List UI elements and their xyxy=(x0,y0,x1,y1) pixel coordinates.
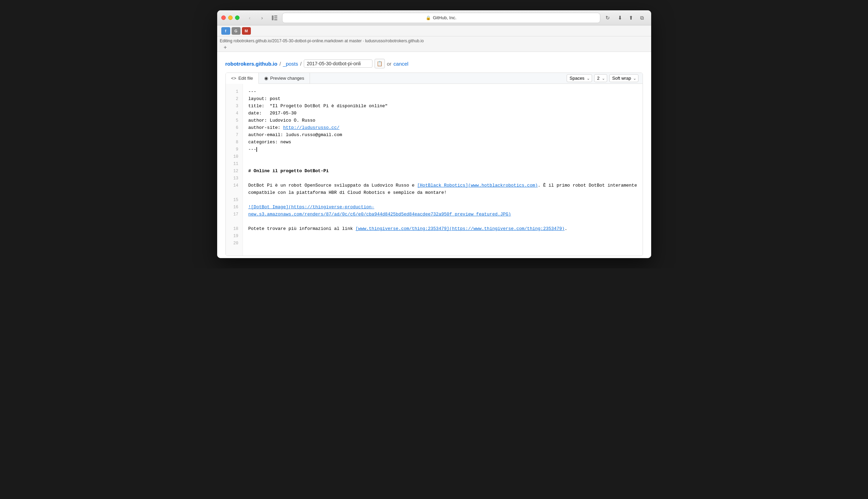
line-number-16: 16 xyxy=(226,203,243,211)
page-content: robotrokers.github.io / _posts / 📋 or ca… xyxy=(217,52,651,258)
lock-icon: 🔒 xyxy=(426,15,431,20)
filename-input[interactable] xyxy=(304,59,372,68)
code-line-10 xyxy=(248,153,637,160)
browser-window: ‹ › 🔒 GitHub, Inc. ↻ ⬇ ⬆ ⧉ f G M Editing… xyxy=(217,10,651,258)
line-number-19: 19 xyxy=(226,232,243,240)
line-number-13: 13 xyxy=(226,175,243,182)
edit-icon: <> xyxy=(231,76,236,81)
line-number-7: 7 xyxy=(226,131,243,138)
svg-rect-1 xyxy=(274,15,277,16)
code-line-20 xyxy=(248,232,637,240)
maximize-button[interactable] xyxy=(235,15,240,20)
code-line-17-block: ![DotBot_Image](https://thingiverse-prod… xyxy=(248,203,637,218)
line-number-14-sub xyxy=(226,189,243,196)
svg-rect-0 xyxy=(272,15,274,20)
line-number-2: 2 xyxy=(226,95,243,102)
editor-toolbar: Spaces Tabs 2 4 Soft wrap No wrap xyxy=(563,73,643,84)
line-number-14: 14 xyxy=(226,182,243,189)
code-line-5: author: Ludovico O. Russo xyxy=(248,117,637,124)
bookmarks-bar: f G M xyxy=(217,25,651,36)
line-number-17: 17 xyxy=(226,211,243,218)
indent-select-wrapper: 2 4 xyxy=(594,74,607,82)
line-number-1: 1 xyxy=(226,88,243,95)
line-number-10: 10 xyxy=(226,153,243,160)
sidebar-toggle-button[interactable] xyxy=(270,13,279,23)
line-number-6: 6 xyxy=(226,124,243,131)
code-area[interactable]: --- layout: post title: "Il Progetto Dot… xyxy=(243,84,643,256)
or-text: or xyxy=(387,61,391,67)
code-line-11 xyxy=(248,160,637,167)
new-tab-button[interactable]: ⧉ xyxy=(637,13,647,23)
link-ludusrusso[interactable]: http://ludusrusso.cc/ xyxy=(283,124,340,131)
code-line-6: author-site: http://ludusrusso.cc/ xyxy=(248,124,637,131)
close-button[interactable] xyxy=(221,15,226,20)
minimize-button[interactable] xyxy=(228,15,233,20)
line-number-12: 12 xyxy=(226,167,243,175)
wrap-select[interactable]: Soft wrap No wrap xyxy=(609,74,638,82)
spaces-select[interactable]: Spaces Tabs xyxy=(567,74,592,82)
tab-bar-info: Editing robotrokers.github.io/2017-05-30… xyxy=(217,36,651,52)
code-line-16 xyxy=(248,196,637,203)
save-preview-button[interactable]: 📋 xyxy=(375,59,385,68)
tab-label: Editing robotrokers.github.io/2017-05-30… xyxy=(220,38,424,43)
code-line-9: --- xyxy=(248,146,637,153)
spaces-select-wrapper: Spaces Tabs xyxy=(567,74,592,82)
link-dotbot-image-cont[interactable]: new.s3.amazonaws.com/renders/87/ad/0c/c6… xyxy=(248,211,511,218)
text-cursor xyxy=(256,147,257,152)
bookmark-g[interactable]: G xyxy=(232,27,241,35)
reload-button[interactable]: ↻ xyxy=(603,13,613,23)
forward-button[interactable]: › xyxy=(257,13,267,23)
preview-icon: ◉ xyxy=(264,76,268,81)
link-hotblack[interactable]: [HotBlack Robotics](www.hotblackrobotics… xyxy=(417,182,538,189)
editor-body: 1 2 3 4 5 6 7 8 9 10 11 12 13 14 15 16 xyxy=(226,84,643,256)
tab-edit-file[interactable]: <> Edit file xyxy=(226,73,259,84)
code-line-12: # Online il progetto DotBot-Pi xyxy=(248,167,637,175)
line-numbers: 1 2 3 4 5 6 7 8 9 10 11 12 13 14 15 16 xyxy=(226,84,243,256)
line-number-20: 20 xyxy=(226,240,243,247)
bookmark-m[interactable]: M xyxy=(242,27,251,35)
line-number-9: 9 xyxy=(226,146,243,153)
address-text: GitHub, Inc. xyxy=(433,15,457,20)
line-number-18: 18 xyxy=(226,225,243,232)
svg-rect-2 xyxy=(274,17,277,18)
cancel-link[interactable]: cancel xyxy=(393,61,408,67)
breadcrumb-sep2: / xyxy=(300,61,302,67)
line-number-17-sub xyxy=(226,218,243,225)
code-line-2: layout: post xyxy=(248,95,637,102)
breadcrumb: robotrokers.github.io / _posts / 📋 or ca… xyxy=(217,57,651,73)
line-number-4: 4 xyxy=(226,110,243,117)
link-thingiverse[interactable]: [www.thingiverse.com/thing:2353479](http… xyxy=(356,225,565,232)
line-number-11: 11 xyxy=(226,160,243,167)
traffic-lights xyxy=(221,15,240,20)
code-line-7: author-email: ludus.russo@gmail.com xyxy=(248,131,637,138)
new-tab-btn[interactable]: + xyxy=(221,43,230,52)
breadcrumb-posts-link[interactable]: _posts xyxy=(283,61,298,67)
svg-rect-3 xyxy=(274,19,277,20)
editor-tabs: <> Edit file ◉ Preview changes Spaces Ta… xyxy=(226,73,643,84)
back-button[interactable]: ‹ xyxy=(245,13,255,23)
toolbar-right: ⬇ ⬆ ⧉ xyxy=(615,13,647,23)
tab-preview-changes[interactable]: ◉ Preview changes xyxy=(259,73,310,84)
code-line-8: categories: news xyxy=(248,138,637,146)
line-number-5: 5 xyxy=(226,117,243,124)
address-bar[interactable]: 🔒 GitHub, Inc. xyxy=(282,13,600,23)
breadcrumb-sep1: / xyxy=(279,61,281,67)
line-number-8: 8 xyxy=(226,138,243,146)
heading-text: # Online il progetto DotBot-Pi xyxy=(248,168,329,175)
title-bar: ‹ › 🔒 GitHub, Inc. ↻ ⬇ ⬆ ⧉ xyxy=(217,10,651,25)
code-line-1: --- xyxy=(248,88,637,95)
code-line-14-block: DotBot Pi è un robot OpenSource sviluppa… xyxy=(248,182,637,189)
code-line-13 xyxy=(248,175,637,182)
breadcrumb-site-link[interactable]: robotrokers.github.io xyxy=(225,61,278,67)
code-line-3: title: "Il Progetto DotBot Pi è disponib… xyxy=(248,102,637,110)
share-button[interactable]: ⬆ xyxy=(626,13,636,23)
link-dotbot-image[interactable]: ![DotBot_Image](https://thingiverse-prod… xyxy=(248,204,375,211)
indent-select[interactable]: 2 4 xyxy=(594,74,607,82)
download-button[interactable]: ⬇ xyxy=(615,13,625,23)
line-number-3: 3 xyxy=(226,102,243,110)
code-line-17: ![DotBot_Image](https://thingiverse-prod… xyxy=(248,203,637,211)
code-line-15: compatbile con la piattaforma HBR di Clo… xyxy=(248,189,637,196)
code-line-18 xyxy=(248,218,637,225)
bookmark-f[interactable]: f xyxy=(221,27,230,35)
editor-container: <> Edit file ◉ Preview changes Spaces Ta… xyxy=(225,73,643,256)
